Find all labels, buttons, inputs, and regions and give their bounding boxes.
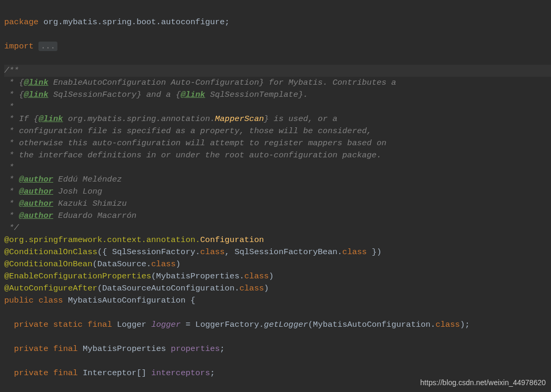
author-tag: @author: [19, 175, 53, 184]
line-properties: private final MybatisProperties properti…: [4, 344, 225, 354]
javadoc-open: /**: [4, 66, 19, 75]
link-tag: @link: [181, 90, 205, 99]
code-editor[interactable]: package org.mybatis.spring.boot.autoconf…: [0, 0, 551, 392]
javadoc-l1: * {@link EnableAutoConfiguration Auto-Co…: [4, 78, 396, 87]
watermark: https://blog.csdn.net/weixin_44978620: [420, 377, 546, 389]
javadoc-a2: * @author Josh Long: [4, 187, 102, 196]
author-tag: @author: [19, 211, 53, 220]
import-fold[interactable]: ...: [38, 42, 57, 51]
line-anno1: @org.springframework.context.annotation.…: [4, 235, 264, 245]
link-tag: @link: [24, 90, 48, 99]
author-tag: @author: [19, 187, 53, 196]
javadoc-a4: * @author Eduardo Macarrón: [4, 211, 136, 220]
javadoc-l5: * configuration file is specified as a p…: [4, 126, 372, 136]
javadoc-l7: * the interface definitions in or under …: [4, 150, 381, 160]
line-anno5: @AutoConfigureAfter(DataSourceAutoConfig…: [4, 284, 269, 293]
link-tag: @link: [38, 114, 63, 124]
javadoc-l8: *: [4, 163, 14, 172]
javadoc-close: */: [4, 223, 19, 233]
kw-import: import: [4, 42, 34, 51]
javadoc-l3: *: [4, 102, 14, 112]
link-tag: @link: [24, 78, 48, 87]
javadoc-l6: * otherwise this auto-configuration will…: [4, 138, 387, 148]
javadoc-l2: * {@link SqlSessionFactory} and a {@link…: [4, 90, 308, 99]
current-line: /**: [4, 65, 551, 77]
line-import: import ...: [4, 42, 57, 51]
line-classdecl: public class MybatisAutoConfiguration {: [4, 296, 195, 305]
line-anno3: @ConditionalOnBean(DataSource.class): [4, 259, 181, 269]
line-logger: private static final Logger logger = Log…: [4, 320, 470, 329]
javadoc-l4: * If {@link org.mybatis.spring.annotatio…: [4, 114, 338, 124]
javadoc-a3: * @author Kazuki Shimizu: [4, 199, 127, 208]
line-anno4: @EnableConfigurationProperties(MybatisPr…: [4, 272, 274, 281]
javadoc-a1: * @author Eddú Meléndez: [4, 175, 122, 184]
line-package: package org.mybatis.spring.boot.autoconf…: [4, 17, 230, 27]
kw-package: package: [4, 17, 38, 27]
author-tag: @author: [19, 199, 53, 208]
semicolon: ;: [225, 17, 230, 27]
line-anno2: @ConditionalOnClass({ SqlSessionFactory.…: [4, 247, 381, 257]
package-path: org.mybatis.spring.boot.autoconfigure: [43, 17, 224, 27]
line-interceptors: private final Interceptor[] interceptors…: [4, 368, 215, 378]
